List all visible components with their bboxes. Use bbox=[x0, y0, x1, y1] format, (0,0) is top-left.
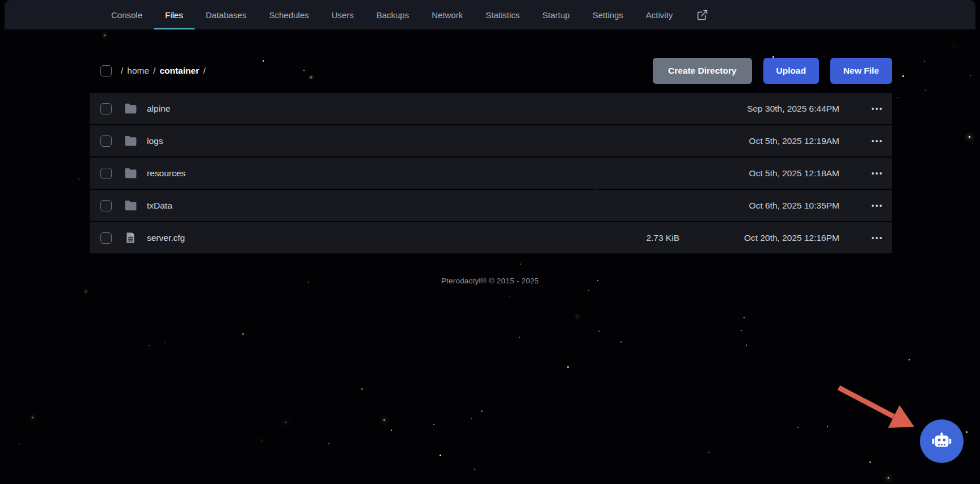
breadcrumb-home[interactable]: home bbox=[127, 66, 149, 76]
tab-files[interactable]: Files bbox=[154, 0, 195, 29]
select-all-checkbox[interactable] bbox=[100, 65, 112, 77]
tab-network[interactable]: Network bbox=[420, 0, 474, 29]
row-checkbox[interactable] bbox=[100, 232, 112, 244]
breadcrumb-separator: / bbox=[153, 66, 155, 76]
row-checkbox[interactable] bbox=[100, 135, 112, 147]
ellipsis-icon bbox=[880, 108, 882, 110]
ellipsis-icon bbox=[872, 205, 874, 207]
tab-settings[interactable]: Settings bbox=[581, 0, 635, 29]
file-name[interactable]: resources bbox=[147, 168, 519, 179]
ellipsis-icon bbox=[876, 140, 878, 142]
ellipsis-icon bbox=[880, 172, 882, 175]
ellipsis-icon bbox=[880, 140, 882, 142]
file-size: 2.73 KiB bbox=[519, 233, 679, 243]
nav-items: ConsoleFilesDatabasesSchedulesUsersBacku… bbox=[100, 0, 684, 29]
ellipsis-icon bbox=[876, 205, 878, 207]
file-modified-date: Oct 5th, 2025 12:19AM bbox=[679, 136, 839, 146]
tab-schedules[interactable]: Schedules bbox=[257, 0, 320, 29]
breadcrumb-root-slash[interactable]: / bbox=[121, 66, 123, 76]
external-link-icon bbox=[696, 9, 708, 21]
file-name[interactable]: alpine bbox=[147, 104, 519, 114]
row-menu-button[interactable] bbox=[839, 93, 892, 124]
folder-icon bbox=[124, 134, 138, 148]
file-modified-date: Oct 5th, 2025 12:18AM bbox=[679, 168, 839, 179]
folder-icon bbox=[124, 101, 138, 116]
ellipsis-icon bbox=[872, 237, 874, 239]
file-row[interactable]: server.cfg2.73 KiBOct 20th, 2025 12:16PM bbox=[90, 222, 892, 253]
new-file-button[interactable]: New File bbox=[830, 58, 892, 84]
tab-databases[interactable]: Databases bbox=[195, 0, 258, 29]
toolbar: / home / container / Create Directory Up… bbox=[90, 58, 892, 84]
breadcrumb-trailing-slash: / bbox=[203, 66, 205, 76]
ellipsis-icon bbox=[876, 108, 878, 110]
file-row[interactable]: alpineSep 30th, 2025 6:44PM bbox=[90, 93, 892, 124]
breadcrumb-current-directory: container bbox=[159, 66, 199, 76]
file-manager-page: / home / container / Create Directory Up… bbox=[0, 58, 980, 253]
row-menu-button[interactable] bbox=[839, 222, 892, 253]
file-list: alpineSep 30th, 2025 6:44PMlogsOct 5th, … bbox=[90, 93, 892, 253]
ellipsis-icon bbox=[876, 237, 878, 239]
ellipsis-icon bbox=[872, 108, 874, 110]
ellipsis-icon bbox=[876, 172, 878, 175]
tab-startup[interactable]: Startup bbox=[531, 0, 581, 29]
file-row[interactable]: logsOct 5th, 2025 12:19AM bbox=[90, 125, 892, 156]
file-modified-date: Oct 6th, 2025 10:35PM bbox=[679, 201, 839, 211]
robot-icon bbox=[930, 430, 953, 453]
create-directory-button[interactable]: Create Directory bbox=[653, 58, 752, 84]
file-name[interactable]: txData bbox=[147, 201, 519, 211]
file-name[interactable]: server.cfg bbox=[147, 233, 519, 243]
ellipsis-icon bbox=[880, 237, 882, 239]
folder-icon bbox=[124, 166, 138, 180]
file-row[interactable]: resourcesOct 5th, 2025 12:18AM bbox=[90, 158, 892, 189]
breadcrumb: / home / container / bbox=[121, 66, 209, 76]
top-navbar: ConsoleFilesDatabasesSchedulesUsersBacku… bbox=[5, 0, 975, 29]
folder-icon bbox=[124, 198, 138, 213]
external-link-button[interactable] bbox=[684, 0, 721, 29]
row-checkbox[interactable] bbox=[100, 168, 112, 179]
file-modified-date: Oct 20th, 2025 12:16PM bbox=[679, 233, 839, 243]
assistant-robot-button[interactable] bbox=[920, 419, 964, 463]
ellipsis-icon bbox=[872, 140, 874, 142]
row-menu-button[interactable] bbox=[839, 125, 892, 156]
upload-button[interactable]: Upload bbox=[763, 58, 820, 84]
tab-console[interactable]: Console bbox=[100, 0, 154, 29]
tab-backups[interactable]: Backups bbox=[365, 0, 421, 29]
tab-activity[interactable]: Activity bbox=[635, 0, 685, 29]
row-checkbox[interactable] bbox=[100, 200, 112, 211]
file-modified-date: Sep 30th, 2025 6:44PM bbox=[679, 104, 839, 114]
tab-users[interactable]: Users bbox=[320, 0, 365, 29]
footer-copyright: Pterodactyl® © 2015 - 2025 bbox=[0, 277, 980, 285]
row-menu-button[interactable] bbox=[839, 190, 892, 221]
row-menu-button[interactable] bbox=[839, 158, 892, 189]
file-row[interactable]: txDataOct 6th, 2025 10:35PM bbox=[90, 190, 892, 221]
file-icon bbox=[124, 231, 138, 244]
tab-statistics[interactable]: Statistics bbox=[474, 0, 531, 29]
ellipsis-icon bbox=[872, 172, 874, 175]
ellipsis-icon bbox=[880, 205, 882, 207]
row-checkbox[interactable] bbox=[100, 103, 112, 114]
file-name[interactable]: logs bbox=[147, 136, 519, 146]
